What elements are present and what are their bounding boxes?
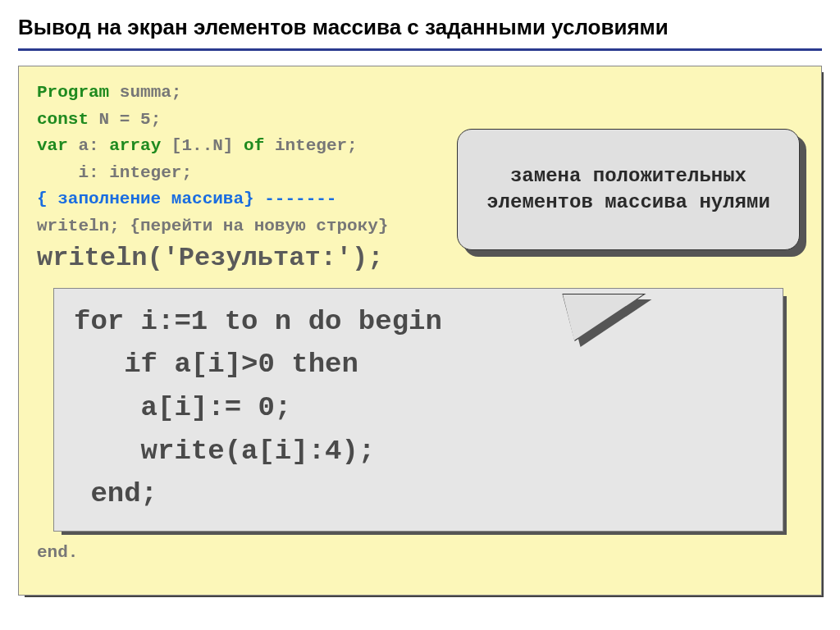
callout-bubble: замена положительных элементов массива н… (457, 129, 800, 250)
code-panel-container: замена положительных элементов массива н… (18, 66, 822, 596)
inner-line-2: if a[i]>0 then (74, 343, 763, 386)
inner-line-3: a[i]:= 0; (74, 386, 763, 430)
code-panel: замена положительных элементов массива н… (18, 66, 822, 596)
callout-text: замена положительных элементов массива н… (474, 163, 783, 217)
inner-block: for i:=1 to n do begin if a[i]>0 then a[… (53, 288, 783, 532)
callout: замена положительных элементов массива н… (457, 129, 800, 250)
inner-line-1: for i:=1 to n do begin (74, 300, 763, 344)
inner-block-container: for i:=1 to n do begin if a[i]>0 then a[… (53, 288, 783, 532)
inner-line-5: end; (74, 472, 763, 516)
title-underline (18, 48, 822, 51)
code-end: end. (37, 540, 803, 567)
slide-title: Вывод на экран элементов массива с задан… (18, 15, 822, 40)
inner-line-4: write(a[i]:4); (74, 430, 763, 473)
code-line-1: Program summa; (37, 80, 803, 107)
